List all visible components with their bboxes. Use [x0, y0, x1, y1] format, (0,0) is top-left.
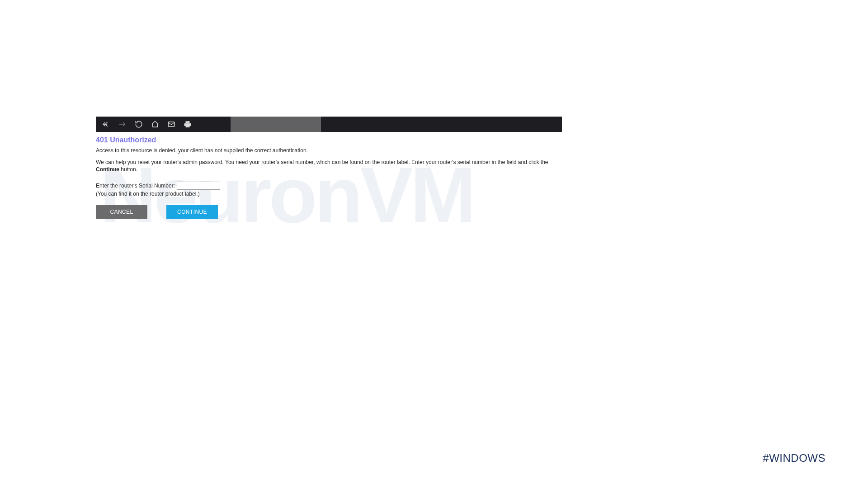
serial-hint: (You can find it on the router product l… [96, 191, 562, 197]
continue-button[interactable]: CONTINUE [166, 205, 218, 219]
forward-icon[interactable] [118, 120, 127, 128]
toolbar-left-group [96, 117, 231, 132]
serial-label: Enter the router's Serial Number: [96, 183, 175, 189]
access-denied-text: Access to this resource is denied, your … [96, 147, 562, 154]
browser-toolbar [96, 117, 562, 132]
serial-number-input[interactable] [177, 182, 220, 190]
footer-hashtag: #WINDOWS [763, 452, 826, 465]
help-text-suffix: button. [119, 166, 137, 173]
serial-row: Enter the router's Serial Number: [96, 182, 562, 190]
home-icon[interactable] [151, 120, 159, 128]
mail-icon[interactable] [167, 120, 175, 128]
browser-window: NeuronVM 401 Unauthorized Access to this… [96, 117, 562, 258]
print-icon[interactable] [184, 120, 192, 128]
help-text: We can help you reset your router's admi… [96, 159, 562, 173]
page-title: 401 Unauthorized [96, 136, 562, 144]
footer-hashtag-text: #WINDOWS [763, 452, 826, 464]
help-text-bold: Continue [96, 166, 119, 173]
help-text-prefix: We can help you reset your router's admi… [96, 159, 548, 165]
button-row: CANCEL CONTINUE [96, 205, 562, 219]
back-icon[interactable] [102, 120, 110, 128]
address-bar[interactable] [231, 117, 321, 132]
page-body: NeuronVM 401 Unauthorized Access to this… [96, 132, 562, 258]
cancel-button[interactable]: CANCEL [96, 205, 147, 219]
reload-icon[interactable] [135, 120, 143, 128]
